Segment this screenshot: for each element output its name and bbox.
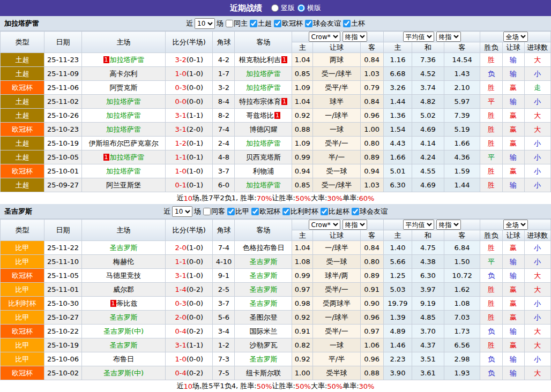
- score-cell: 1-0(1-0): [166, 67, 213, 81]
- avg-home-odds-cell: 5.03: [383, 283, 412, 297]
- result-cell: 胜: [480, 338, 502, 352]
- league-filter-checkbox[interactable]: 欧冠杯: [273, 19, 303, 28]
- same-venue-input[interactable]: [226, 20, 233, 27]
- games-label: 场: [217, 19, 224, 28]
- league-filter-checkbox[interactable]: 球会友谊: [304, 19, 341, 28]
- corner-cell: 7-4: [213, 241, 235, 255]
- fulltime-score: 1-4: [175, 285, 186, 293]
- final-odds-select-2[interactable]: 终指: [436, 32, 461, 42]
- date-cell: 25-10-19: [44, 137, 82, 150]
- team-name-text: 加拉塔萨雷: [106, 111, 141, 119]
- avg-draw-odds-cell: 3.61: [412, 366, 444, 380]
- layout-radio-vertical[interactable]: 竖版: [271, 3, 295, 13]
- league-filter-checkbox[interactable]: 球会友谊: [351, 207, 388, 216]
- sub-column-header: 主: [383, 230, 412, 241]
- corner-cell: 2-4: [213, 137, 235, 150]
- away-team-cell: 圣吉罗斯: [235, 352, 292, 366]
- league-filter-checkbox[interactable]: 比超杯: [320, 207, 349, 216]
- odds-source-select[interactable]: Crow*: [309, 220, 340, 230]
- handicap-home-odds-cell: 0.85: [292, 67, 313, 81]
- avg-away-odds-cell: 2.10: [444, 81, 480, 95]
- handicap-line-cell: 球半: [313, 95, 360, 109]
- recent-count-select[interactable]: 10: [195, 18, 215, 29]
- league-filter-checkbox[interactable]: 土超: [249, 19, 272, 28]
- final-odds-select[interactable]: 终指: [342, 220, 367, 230]
- away-team-cell: 博德闪耀: [235, 123, 292, 137]
- league-filter-input[interactable]: [321, 208, 328, 215]
- result-cell: 胜: [480, 81, 502, 95]
- column-header: 类型: [1, 32, 44, 53]
- league-filter-input[interactable]: [227, 208, 235, 215]
- handicap-line-cell: 受半/一: [313, 325, 360, 338]
- final-odds-select-2[interactable]: 终指: [436, 220, 461, 230]
- average-odds-select[interactable]: 平均值: [403, 32, 434, 42]
- fulltime-score: 0-0: [175, 97, 186, 105]
- sub-column-header: 胜负: [480, 230, 502, 241]
- handicap-home-odds-cell: 1.04: [292, 53, 313, 67]
- table-row: 比甲25-11-01威尔郡1-4(0-2)2-5圣吉罗斯0.97受半/一0.91…: [1, 283, 551, 297]
- odds-source-select[interactable]: Crow*: [309, 32, 340, 42]
- corner-cell: 3-2: [213, 81, 235, 95]
- avg-home-odds-cell: 6.30: [383, 178, 412, 192]
- date-cell: 25-11-05: [44, 269, 82, 283]
- result-cell: 负: [480, 67, 502, 81]
- away-team-cell: 圣吉罗斯: [235, 297, 292, 311]
- full-match-select[interactable]: 全场: [503, 32, 528, 42]
- handicap-home-odds-cell: 1.00: [292, 366, 313, 380]
- goals-result-cell: 大: [524, 123, 550, 137]
- summary-line: 近10场,胜7平2负1, 胜率:70% 让胜率:50% 大率:30% 单率:60…: [0, 192, 551, 204]
- handicap-away-odds-cell: 0.89: [360, 150, 383, 164]
- league-filter-checkbox[interactable]: 比利时杯: [282, 207, 318, 216]
- avg-home-odds-cell: 4.43: [383, 137, 412, 150]
- league-filter-label: 欧冠杯: [282, 19, 303, 28]
- handicap-line-cell: 受半/一: [313, 283, 360, 297]
- league-filter-input[interactable]: [305, 20, 312, 27]
- goals-result-cell: 小: [524, 67, 550, 81]
- home-team-cell: 圣吉罗斯(中): [81, 325, 165, 338]
- avg-away-odds-cell: 4.36: [444, 150, 480, 164]
- league-filter-input[interactable]: [274, 20, 281, 27]
- handicap-result-cell: 输: [502, 269, 524, 283]
- league-filter-input[interactable]: [251, 208, 259, 215]
- league-filter-input[interactable]: [282, 208, 290, 215]
- final-odds-select[interactable]: 终指: [342, 32, 367, 42]
- league-filter-input[interactable]: [343, 20, 351, 27]
- layout-radio-horizontal[interactable]: 横版: [297, 3, 321, 13]
- same-venue-checkbox[interactable]: 同客: [203, 207, 225, 216]
- average-odds-select[interactable]: 平均值: [403, 220, 434, 230]
- away-team-cell: 利物浦: [235, 164, 292, 178]
- summary-segment: 场,胜5平1负4, 胜率:: [192, 381, 257, 391]
- league-cell: 比甲: [1, 241, 44, 255]
- result-cell: 负: [480, 325, 502, 338]
- league-filter-checkbox[interactable]: 欧冠杯: [251, 207, 280, 216]
- same-venue-input[interactable]: [203, 208, 211, 215]
- team-section: 圣吉罗斯近10场 同客比甲欧冠杯比利时杯比超杯球会友谊类型日期主场比分(半场)角…: [0, 204, 551, 392]
- column-header: 角球: [213, 220, 235, 241]
- league-filter-input[interactable]: [352, 208, 359, 215]
- handicap-result-cell: 输: [502, 95, 524, 109]
- league-filter-checkbox[interactable]: 比甲: [227, 207, 249, 216]
- halftime-score: (0-0): [187, 313, 203, 321]
- result-cell: 胜: [480, 311, 502, 325]
- same-venue-label: 同客: [211, 207, 225, 216]
- handicap-line-cell: 受半球: [313, 366, 360, 380]
- halftime-score: (0-1): [187, 153, 203, 161]
- league-filter-input[interactable]: [250, 20, 257, 27]
- full-match-select[interactable]: 全场: [503, 220, 528, 230]
- recent-count-select[interactable]: 10: [172, 206, 192, 217]
- date-cell: 25-11-02: [44, 95, 82, 109]
- table-row: 土超25-10-19伊斯坦布尔巴萨克塞尔1-2(0-1)2-4加拉塔萨雷1.09…: [1, 137, 551, 150]
- league-filter-checkbox[interactable]: 土杯: [342, 19, 365, 28]
- halftime-score: (1-1): [187, 111, 203, 119]
- layout-radio-vertical-input[interactable]: [271, 4, 279, 12]
- summary-segment: 30%: [359, 382, 375, 390]
- same-venue-checkbox[interactable]: 同主: [225, 19, 248, 28]
- goals-result-cell: 小: [524, 241, 550, 255]
- home-team-cell: 阿贾克斯: [81, 81, 165, 95]
- layout-radio-horizontal-input[interactable]: [297, 4, 305, 12]
- red-card-badge: 1: [274, 112, 280, 119]
- away-team-cell: 纽卡斯尔联: [235, 366, 292, 380]
- goals-result-cell: 大: [524, 366, 550, 380]
- league-cell: 土超: [1, 178, 44, 192]
- same-venue-label: 同主: [234, 19, 248, 28]
